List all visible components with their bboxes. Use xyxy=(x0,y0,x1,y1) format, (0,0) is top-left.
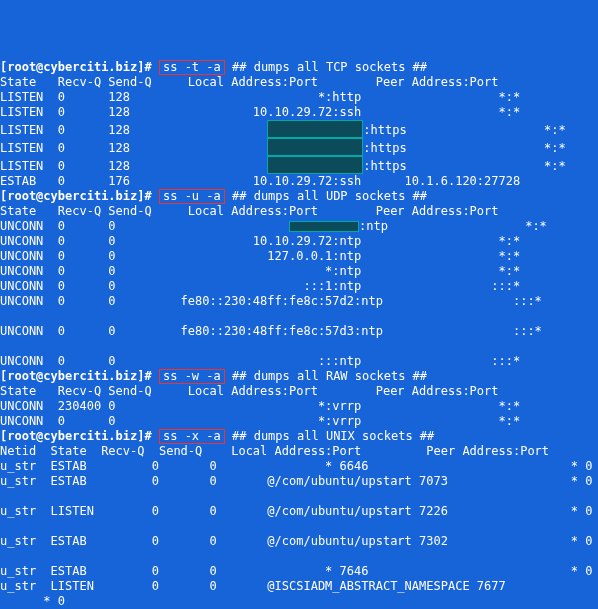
command-highlight: ss -x -a xyxy=(159,429,225,444)
command-highlight: ss -w -a xyxy=(159,369,225,384)
command-highlight: ss -u -a xyxy=(159,189,225,204)
command-highlight: ss -t -a xyxy=(159,60,225,75)
terminal-output: [root@cyberciti.biz]# ss -t -a ## dumps … xyxy=(0,60,598,609)
